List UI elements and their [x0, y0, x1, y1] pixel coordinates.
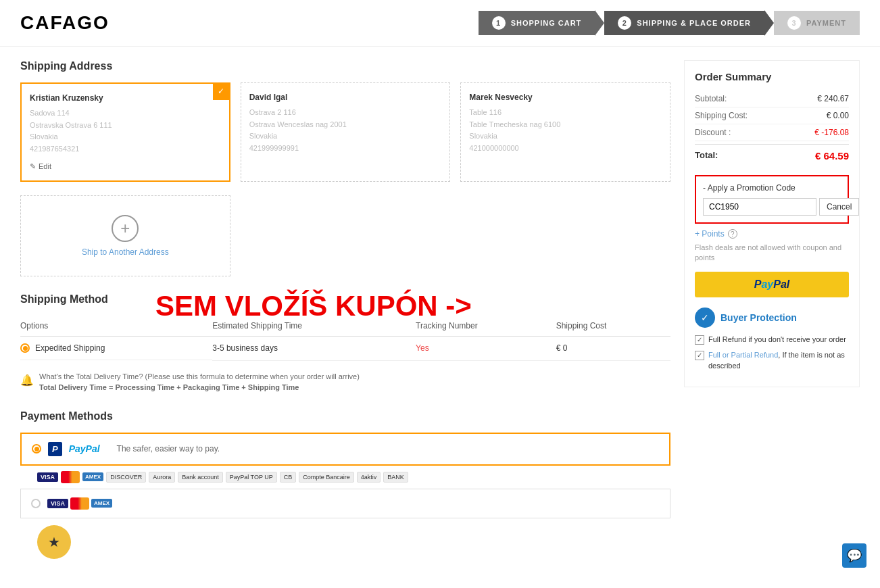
discount-row: Discount : € -176.08 — [695, 124, 849, 141]
discount-value: € -176.08 — [814, 128, 849, 137]
header: CAFAGO 1 SHOPPING CART 2 SHIPPING & PLAC… — [0, 0, 880, 47]
amex-icon: AMEX — [82, 472, 103, 481]
step-1-label: SHOPPING CART — [511, 19, 582, 27]
step-2[interactable]: 2 SHIPPING & PLACE ORDER — [604, 11, 764, 35]
address-2-phone: 421999999991 — [249, 143, 442, 155]
paypal-label: PayPal — [69, 443, 100, 454]
paypal-desc: The safer, easier way to pay. — [117, 444, 220, 454]
radio-card[interactable] — [31, 499, 41, 508]
protection-text-1: Full Refund if you don't receive your or… — [708, 335, 846, 345]
col-cost: Shipping Cost — [556, 316, 670, 337]
buyer-protection: ✓ Buyer Protection ✓ Full Refund if you … — [695, 308, 849, 371]
subtotal-label: Subtotal: — [695, 94, 727, 103]
subtotal-row: Subtotal: € 240.67 — [695, 91, 849, 107]
left-column: Shipping Address ✓ Kristian Kruzensky Sa… — [20, 60, 670, 559]
mastercard-icon — [61, 471, 80, 483]
step-2-label: SHIPPING & PLACE ORDER — [637, 19, 751, 27]
address-1-edit[interactable]: ✎ Edit — [30, 161, 221, 173]
address-2-line2: Ostrava Wenceslas nag 2001 — [249, 119, 442, 131]
address-1-country: Slovakia — [30, 131, 221, 143]
address-card-1[interactable]: ✓ Kristian Kruzensky Sadova 114 Ostravsk… — [20, 82, 230, 182]
promo-code-input[interactable] — [703, 198, 816, 216]
logo: CAFAGO — [20, 12, 109, 34]
address-card-3[interactable]: Marek Nesvecky Table 116 Table Tmecheska… — [460, 82, 670, 182]
payment-option-paypal[interactable]: P PayPal The safer, easier way to pay. — [20, 433, 670, 466]
visa-card-icon: VISA — [47, 499, 68, 508]
delivery-note: 🔔 What's the Total Delivery Time? (Pleas… — [20, 371, 670, 393]
step-1[interactable]: 1 SHOPPING CART — [479, 11, 595, 35]
points-label: + Points — [695, 229, 725, 239]
paypal-checkout-button[interactable]: PayPal — [695, 272, 849, 297]
buyer-protection-header: ✓ Buyer Protection — [695, 308, 849, 328]
promo-input-row: Cancel — [703, 198, 841, 216]
bank-account-icon: Bank account — [178, 472, 223, 483]
address-2-name: David Igal — [249, 91, 442, 104]
subtotal-value: € 240.67 — [817, 94, 849, 103]
total-row: Total: € 64.59 — [695, 144, 849, 167]
discount-label: Discount : — [695, 128, 731, 137]
address-1-line2: Ostravska Ostrava 6 111 — [30, 120, 221, 132]
main-content: Shipping Address ✓ Kristian Kruzensky Sa… — [0, 47, 880, 572]
shield-icon: ✓ — [695, 308, 715, 328]
address-3-line2: Table Tmecheska nag 6100 — [469, 119, 662, 131]
add-address-card[interactable]: + Ship to Another Address — [20, 195, 230, 276]
shipping-label: Shipping Cost: — [695, 111, 748, 120]
cb-icon: CB — [280, 472, 297, 483]
points-help-icon[interactable]: ? — [728, 229, 737, 239]
pp-logo-4: al — [781, 278, 789, 291]
step-3[interactable]: 3 PAYMENT — [774, 11, 860, 35]
bank-icon: BANK — [383, 472, 408, 483]
visa-icon: VISA — [37, 472, 58, 482]
address-3-line1: Table 116 — [469, 107, 662, 119]
mc-card-icon — [70, 497, 89, 510]
protection-text-2: Full or Partial Refund, If the item is n… — [708, 350, 849, 371]
right-column: Order Summary Subtotal: € 240.67 Shippin… — [684, 60, 860, 559]
step-1-number: 1 — [492, 16, 506, 30]
shipping-time: 3-5 business days — [212, 337, 416, 361]
shipping-row-summary: Shipping Cost: € 0.00 — [695, 107, 849, 124]
delivery-formula: Total Delivery Time = Processing Time + … — [39, 382, 360, 393]
points-row[interactable]: + Points ? — [695, 229, 849, 239]
protection-item-1: ✓ Full Refund if you don't receive your … — [695, 335, 849, 345]
pp-logo-2: ay — [761, 278, 773, 291]
aurora-icon: Aurora — [149, 472, 175, 483]
address-3-country: Slovakia — [469, 130, 662, 143]
step-3-label: PAYMENT — [806, 19, 846, 27]
flash-note: Flash deals are not allowed with coupon … — [695, 243, 849, 264]
address-2-country: Slovakia — [249, 130, 442, 143]
address-1-name: Kristian Kruzensky — [30, 92, 221, 105]
address-1-phone: 421987654321 — [30, 143, 221, 155]
address-2-line1: Ostrava 2 116 — [249, 107, 442, 119]
step-2-arrow — [764, 10, 774, 36]
compte-bancaire-icon: Compte Bancaire — [299, 472, 354, 483]
shipping-option[interactable]: Expedited Shipping — [20, 337, 212, 360]
protection-item-2: ✓ Full or Partial Refund, If the item is… — [695, 350, 849, 371]
step-1-arrow — [595, 10, 604, 36]
promo-cancel-button[interactable]: Cancel — [819, 198, 859, 216]
payment-option-card[interactable]: VISA AMEX — [20, 489, 670, 518]
address-1-line1: Sadova 114 — [30, 107, 221, 120]
check-icon-2: ✓ — [695, 351, 704, 360]
shipping-table: Options Estimated Shipping Time Tracking… — [20, 316, 670, 361]
order-summary-title: Order Summary — [695, 71, 849, 82]
add-address-label: Ship to Another Address — [82, 247, 169, 257]
address-3-name: Marek Nesvecky — [469, 91, 662, 104]
address-card-2[interactable]: David Igal Ostrava 2 116 Ostrava Wencesl… — [241, 82, 451, 182]
chat-button[interactable]: 💬 — [842, 543, 866, 568]
payment-section: Payment Methods P PayPal The safer, easi… — [20, 410, 670, 559]
check-icon-1: ✓ — [695, 335, 704, 345]
radio-expedited[interactable] — [20, 343, 30, 353]
address-check-icon: ✓ — [213, 84, 229, 100]
paypal-topup-icon: PayPal TOP UP — [226, 472, 277, 483]
add-icon: + — [112, 215, 139, 242]
payment-methods-title: Payment Methods — [20, 410, 670, 422]
shipping-cost: € 0 — [556, 337, 670, 361]
radio-paypal[interactable] — [32, 444, 41, 454]
shipping-value: € 0.00 — [827, 111, 849, 120]
shipping-tracking: Yes — [416, 337, 556, 361]
amex-card-icon: AMEX — [91, 499, 112, 508]
pp-logo-1: P — [754, 278, 762, 291]
delivery-note-text: What's the Total Delivery Time? (Please … — [39, 371, 360, 383]
address-grid: ✓ Kristian Kruzensky Sadova 114 Ostravsk… — [20, 82, 670, 182]
total-value: € 64.59 — [815, 150, 849, 162]
